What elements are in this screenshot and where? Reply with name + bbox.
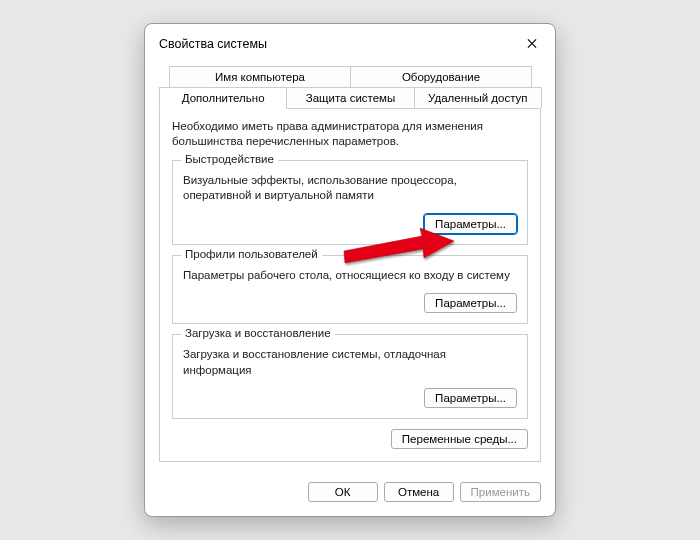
- startup-recovery-settings-button[interactable]: Параметры...: [424, 388, 517, 408]
- cancel-button[interactable]: Отмена: [384, 482, 454, 502]
- tab-computer-name[interactable]: Имя компьютера: [169, 66, 351, 87]
- tab-remote[interactable]: Удаленный доступ: [414, 87, 542, 108]
- user-profiles-legend: Профили пользователей: [181, 248, 322, 260]
- user-profiles-group: Профили пользователей Параметры рабочего…: [172, 255, 528, 325]
- user-profiles-settings-button[interactable]: Параметры...: [424, 293, 517, 313]
- close-button[interactable]: [521, 33, 543, 55]
- ok-button[interactable]: ОК: [308, 482, 378, 502]
- apply-button[interactable]: Применить: [460, 482, 541, 502]
- close-icon: [527, 38, 537, 49]
- dialog-footer: ОК Отмена Применить: [145, 472, 555, 516]
- user-profiles-desc: Параметры рабочего стола, относящиеся ко…: [183, 268, 517, 284]
- tab-strip: Имя компьютера Оборудование Дополнительн…: [159, 66, 541, 109]
- performance-desc: Визуальные эффекты, использование процес…: [183, 173, 517, 204]
- performance-settings-button[interactable]: Параметры...: [424, 214, 517, 234]
- performance-group: Быстродействие Визуальные эффекты, испол…: [172, 160, 528, 245]
- system-properties-dialog: Свойства системы Имя компьютера Оборудов…: [144, 23, 556, 518]
- tab-advanced[interactable]: Дополнительно: [159, 87, 287, 109]
- titlebar: Свойства системы: [145, 24, 555, 62]
- startup-recovery-group: Загрузка и восстановление Загрузка и вос…: [172, 334, 528, 419]
- dialog-title: Свойства системы: [159, 37, 267, 51]
- performance-legend: Быстродействие: [181, 153, 278, 165]
- tab-panel-advanced: Необходимо иметь права администратора дл…: [159, 109, 541, 463]
- startup-recovery-desc: Загрузка и восстановление системы, отлад…: [183, 347, 517, 378]
- startup-recovery-legend: Загрузка и восстановление: [181, 327, 335, 339]
- admin-note-text: Необходимо иметь права администратора дл…: [172, 119, 528, 150]
- tab-hardware[interactable]: Оборудование: [350, 66, 532, 87]
- tab-system-protection[interactable]: Защита системы: [286, 87, 414, 108]
- environment-variables-button[interactable]: Переменные среды...: [391, 429, 528, 449]
